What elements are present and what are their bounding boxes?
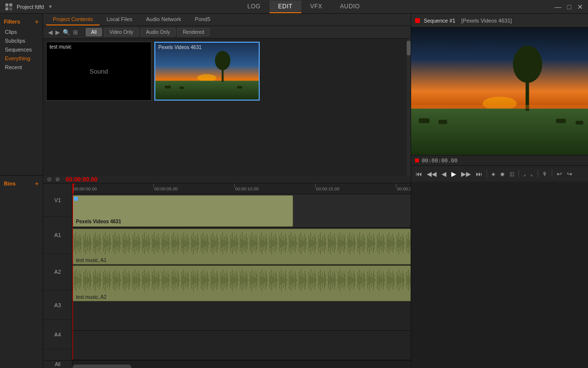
back-icon[interactable]: ◀	[48, 29, 52, 36]
sequence-info: [Pexels Videos 4631]	[462, 18, 512, 24]
controls-separator-2	[518, 170, 519, 178]
title-bar-left: Project fdfd ▼	[5, 3, 53, 11]
svg-rect-37	[418, 118, 429, 123]
close-button[interactable]: ✕	[577, 3, 583, 11]
playhead-time: 00:00:00.00	[66, 176, 98, 183]
go-to-start-button[interactable]: ⏮	[414, 169, 423, 179]
play-button[interactable]: ▶	[450, 169, 458, 179]
sequence-label: Sequence #1	[424, 18, 456, 24]
media-item-pexels-4631[interactable]: Pexels Videos 4631	[154, 42, 260, 101]
waveform-a2	[73, 267, 411, 294]
ruler-playhead	[73, 184, 74, 194]
timeline-scrollbar[interactable]	[73, 361, 411, 368]
playhead-a2	[73, 264, 73, 301]
filter-everything[interactable]: Everything	[0, 54, 43, 63]
filter-bar: ◀ ▶ 🔍 ⊞ All Video Only Audio Only Render…	[43, 26, 411, 39]
track-label-a4: A4	[43, 320, 72, 349]
scope-icon-1[interactable]: ◈	[490, 170, 497, 178]
ruler-mark-10: 00:00:10.00	[234, 184, 259, 194]
tab-edit[interactable]: EDIT	[270, 0, 301, 13]
video-clip-pexels[interactable]: Pexels Videos 4631	[73, 195, 293, 227]
redo-button[interactable]: ↪	[565, 169, 574, 179]
center-panel: Project Contents Local Files Audio Netwo…	[43, 14, 411, 368]
scrollbar-thumb[interactable]	[73, 365, 131, 368]
minimize-button[interactable]: —	[555, 3, 562, 11]
filter-btn-rendered[interactable]: Rendered	[177, 28, 210, 36]
audio-clip-a1[interactable]: test music, A1	[73, 229, 411, 264]
playhead-a4	[73, 331, 73, 360]
tab-local-files[interactable]: Local Files	[99, 14, 139, 26]
scrollbar-thumb[interactable]	[407, 41, 411, 55]
filter-clips[interactable]: Clips	[0, 27, 43, 36]
nav-tabs: LOG EDIT VFX AUDIO	[239, 0, 369, 13]
playhead-a3	[73, 301, 73, 330]
scope-icon-3[interactable]: ◫	[508, 170, 515, 178]
next-frame-button[interactable]: ▶▶	[460, 169, 472, 179]
svg-rect-31	[73, 267, 411, 294]
svg-rect-9	[165, 85, 171, 88]
svg-rect-1	[9, 3, 12, 6]
audio-track-a3	[73, 301, 411, 331]
step-back-button[interactable]: ◀◀	[425, 169, 438, 179]
tab-audio[interactable]: AUDIO	[331, 0, 369, 13]
tab-project-contents[interactable]: Project Contents	[46, 14, 99, 26]
undo-button[interactable]: ↩	[555, 169, 564, 179]
maximize-button[interactable]: □	[567, 3, 571, 11]
timecode-red-dot	[415, 158, 419, 162]
out-point-button[interactable]: ⌞	[529, 170, 535, 178]
preview-record-dot	[415, 18, 420, 23]
add-filter-button[interactable]: +	[35, 18, 39, 26]
timeline-razor-icon[interactable]: ⊘	[55, 176, 60, 183]
preview-timecode-bar: 00:00:00.00	[411, 155, 588, 166]
svg-rect-39	[556, 119, 565, 123]
filter-sequences[interactable]: Sequences	[0, 45, 43, 54]
prev-frame-button[interactable]: ◀	[440, 169, 448, 179]
forward-icon[interactable]: ▶	[55, 29, 60, 36]
filter-btn-all[interactable]: All	[86, 28, 102, 36]
svg-rect-10	[179, 86, 184, 89]
timeline-section: ⊙ ⊘ 00:00:00.00 V1 A1 A2 A3 A4 0	[43, 176, 411, 368]
ruler-mark-20: 00:00:20.00	[396, 184, 411, 194]
timeline-toolbar: ⊙ ⊘ 00:00:00.00	[43, 176, 411, 184]
media-item-test-music[interactable]: test music Sound	[46, 42, 151, 101]
audio-clip-label-a1: test music, A1	[76, 258, 106, 263]
search-icon[interactable]: 🔍	[63, 29, 70, 36]
timeline-content[interactable]: 00:00:00.00 00:00:05.00 00:00:10.00 00:0…	[73, 184, 411, 360]
audio-track-a4	[73, 331, 411, 360]
timeline-snap-icon[interactable]: ⊙	[47, 176, 51, 183]
project-name: Project fdfd	[17, 4, 44, 10]
clip-label-pexels: Pexels Videos 4631	[76, 219, 121, 224]
audio-icon[interactable]: 🎙	[541, 170, 549, 178]
scope-icon-2[interactable]: ◉	[499, 170, 506, 178]
bins-header: Bins +	[0, 179, 43, 189]
tab-vfx[interactable]: VFX	[301, 0, 331, 13]
audio-clip-a2[interactable]: test music, A2	[73, 265, 411, 301]
tab-log[interactable]: LOG	[239, 0, 270, 13]
grid-icon[interactable]: ⊞	[73, 29, 78, 36]
tab-pond5[interactable]: Pond5	[188, 14, 218, 26]
waveform-a1	[73, 230, 411, 257]
filter-btn-audio[interactable]: Audio Only	[141, 28, 175, 36]
svg-point-36	[513, 46, 542, 83]
in-point-button[interactable]: ⌟	[522, 170, 527, 178]
audio-track-a2: test music, A2	[73, 264, 411, 301]
svg-point-8	[215, 51, 230, 70]
filters-header: Filters +	[0, 17, 43, 27]
main-layout: Filters + Clips Subclips Sequences Every…	[0, 14, 588, 368]
preview-header: Sequence #1 [Pexels Videos 4631]	[411, 14, 588, 27]
filters-section: Filters + Clips Subclips Sequences Every…	[0, 14, 43, 176]
left-panel: Filters + Clips Subclips Sequences Every…	[0, 14, 43, 368]
go-to-end-button[interactable]: ⏭	[474, 169, 484, 179]
filter-recent[interactable]: Recent	[0, 63, 43, 72]
filter-btn-video[interactable]: Video Only	[104, 28, 139, 36]
timeline-tracks: Pexels Videos 4631 test music, A1	[73, 194, 411, 360]
media-scrollbar[interactable]	[407, 39, 411, 176]
add-bin-button[interactable]: +	[35, 180, 39, 187]
timeline-bottom: All	[43, 360, 411, 368]
title-bar: Project fdfd ▼ LOG EDIT VFX AUDIO — □ ✕	[0, 0, 588, 14]
filter-subclips[interactable]: Subclips	[0, 36, 43, 45]
playhead-v1	[73, 194, 73, 227]
tab-audio-network[interactable]: Audio Network	[139, 14, 188, 26]
project-arrow-icon[interactable]: ▼	[48, 4, 53, 9]
audio-clip-label-a2: test music, A2	[76, 294, 106, 300]
